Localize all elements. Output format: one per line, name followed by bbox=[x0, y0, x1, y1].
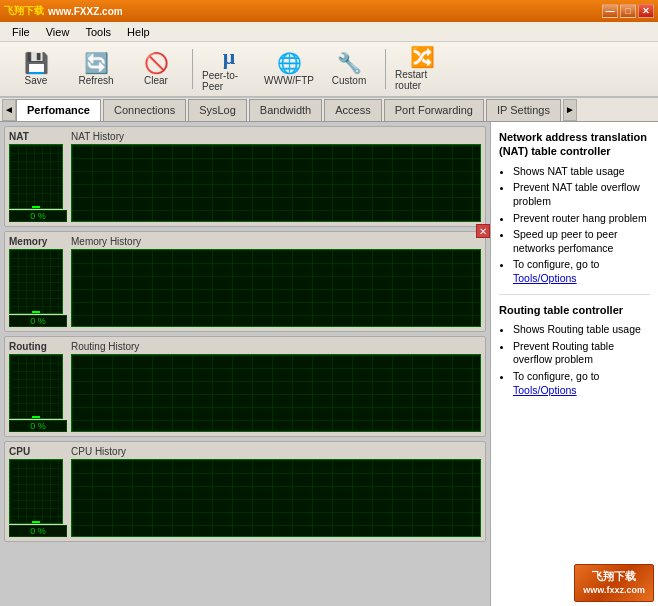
www-ftp-icon: 🌐 bbox=[277, 53, 302, 73]
tab-port-forwarding[interactable]: Port Forwarding bbox=[384, 99, 484, 121]
www-ftp-label: WWW/FTP bbox=[264, 75, 314, 86]
cpu-gauge-box bbox=[9, 459, 63, 524]
toolbar: 💾 Save 🔄 Refresh 🚫 Clear μ Peer-to-Peer … bbox=[0, 42, 658, 98]
tab-arrow-right[interactable]: ► bbox=[563, 99, 577, 121]
routing-controller-title: Routing table controller bbox=[499, 303, 650, 317]
menu-view[interactable]: View bbox=[38, 24, 78, 40]
routing-history-box bbox=[71, 354, 481, 432]
routing-gauge-percent: 0 % bbox=[9, 420, 67, 432]
peer-to-peer-button[interactable]: μ Peer-to-Peer bbox=[201, 45, 257, 93]
menu-help[interactable]: Help bbox=[119, 24, 158, 40]
nat-controller-title: Network address translation (NAT) table … bbox=[499, 130, 650, 159]
refresh-button[interactable]: 🔄 Refresh bbox=[68, 45, 124, 93]
toolbar-separator-2 bbox=[385, 49, 386, 89]
cpu-history-grid bbox=[72, 460, 480, 536]
maximize-button[interactable]: □ bbox=[620, 4, 636, 18]
save-label: Save bbox=[25, 75, 48, 86]
cpu-gauge: CPU 0 % bbox=[9, 446, 67, 537]
routing-label: Routing bbox=[9, 341, 67, 352]
cpu-label: CPU bbox=[9, 446, 67, 457]
routing-info-3: To configure, go to Tools/Options bbox=[513, 370, 650, 397]
tab-bar: ◄ Perfomance Connections SysLog Bandwidt… bbox=[0, 98, 658, 122]
nat-controller-section: Network address translation (NAT) table … bbox=[499, 130, 650, 286]
nat-monitor-section: NAT 0 % NAT History bbox=[4, 126, 486, 227]
memory-gauge-grid bbox=[10, 250, 62, 313]
memory-history: Memory History bbox=[71, 236, 481, 327]
tab-connections[interactable]: Connections bbox=[103, 99, 186, 121]
tab-arrow-left[interactable]: ◄ bbox=[2, 99, 16, 121]
nat-info-1: Shows NAT table usage bbox=[513, 165, 650, 179]
tab-bandwidth[interactable]: Bandwidth bbox=[249, 99, 322, 121]
title-logo: 飞翔下载 bbox=[4, 4, 44, 18]
tab-performance[interactable]: Perfomance bbox=[16, 99, 101, 121]
routing-history: Routing History bbox=[71, 341, 481, 432]
tab-syslog[interactable]: SysLog bbox=[188, 99, 247, 121]
restart-router-label: Restart router bbox=[395, 69, 449, 91]
nat-gauge-bar bbox=[32, 206, 40, 208]
menu-file[interactable]: File bbox=[4, 24, 38, 40]
nat-info-3: Prevent router hang problem bbox=[513, 212, 650, 226]
routing-info-2: Prevent Routing table overflow problem bbox=[513, 340, 650, 367]
peer-to-peer-icon: μ bbox=[223, 46, 235, 68]
memory-monitor-section: Memory 0 % Memory History bbox=[4, 231, 486, 332]
cpu-history: CPU History bbox=[71, 446, 481, 537]
refresh-label: Refresh bbox=[78, 75, 113, 86]
routing-info-1: Shows Routing table usage bbox=[513, 323, 650, 337]
memory-gauge-box bbox=[9, 249, 63, 314]
toolbar-separator-1 bbox=[192, 49, 193, 89]
cpu-history-box bbox=[71, 459, 481, 537]
memory-label: Memory bbox=[9, 236, 67, 247]
title-url: www.FXXZ.com bbox=[48, 6, 123, 17]
memory-history-grid bbox=[72, 250, 480, 326]
right-panel-divider bbox=[499, 294, 650, 295]
nat-gauge-box bbox=[9, 144, 63, 209]
nat-history-box bbox=[71, 144, 481, 222]
custom-label: Custom bbox=[332, 75, 366, 86]
refresh-icon: 🔄 bbox=[84, 53, 109, 73]
save-icon: 💾 bbox=[24, 53, 49, 73]
routing-monitor-section: Routing 0 % Routing History bbox=[4, 336, 486, 437]
routing-tools-link[interactable]: Tools/Options bbox=[513, 384, 577, 396]
nat-info-2: Prevent NAT table overflow problem bbox=[513, 181, 650, 208]
routing-history-grid bbox=[72, 355, 480, 431]
close-button[interactable]: ✕ bbox=[638, 4, 654, 18]
routing-gauge-box bbox=[9, 354, 63, 419]
restart-router-button[interactable]: 🔀 Restart router bbox=[394, 45, 450, 93]
routing-history-label: Routing History bbox=[71, 341, 481, 352]
nat-label: NAT bbox=[9, 131, 67, 142]
nat-info-4: Speed up peer to peer networks perfomanc… bbox=[513, 228, 650, 255]
left-panel: NAT 0 % NAT History Memory bbox=[0, 122, 490, 606]
watermark-url: www.fxxz.com bbox=[583, 584, 645, 597]
title-bar: 飞翔下载 www.FXXZ.com — □ ✕ bbox=[0, 0, 658, 22]
memory-history-box bbox=[71, 249, 481, 327]
cpu-gauge-bar bbox=[32, 521, 40, 523]
minimize-button[interactable]: — bbox=[602, 4, 618, 18]
menu-tools[interactable]: Tools bbox=[77, 24, 119, 40]
save-button[interactable]: 💾 Save bbox=[8, 45, 64, 93]
nat-gauge: NAT 0 % bbox=[9, 131, 67, 222]
cpu-monitor-section: CPU 0 % CPU History bbox=[4, 441, 486, 542]
menu-bar: File View Tools Help bbox=[0, 22, 658, 42]
www-ftp-button[interactable]: 🌐 WWW/FTP bbox=[261, 45, 317, 93]
nat-tools-link[interactable]: Tools/Options bbox=[513, 272, 577, 284]
memory-gauge-percent: 0 % bbox=[9, 315, 67, 327]
custom-button[interactable]: 🔧 Custom bbox=[321, 45, 377, 93]
cpu-history-label: CPU History bbox=[71, 446, 481, 457]
nat-gauge-grid bbox=[10, 145, 62, 208]
clear-button[interactable]: 🚫 Clear bbox=[128, 45, 184, 93]
tab-ip-settings[interactable]: IP Settings bbox=[486, 99, 561, 121]
routing-gauge: Routing 0 % bbox=[9, 341, 67, 432]
custom-icon: 🔧 bbox=[337, 53, 362, 73]
right-panel-close-button[interactable]: ✕ bbox=[476, 224, 490, 238]
nat-history: NAT History bbox=[71, 131, 481, 222]
cpu-gauge-grid bbox=[10, 460, 62, 523]
memory-gauge-bar bbox=[32, 311, 40, 313]
tab-access[interactable]: Access bbox=[324, 99, 381, 121]
nat-history-grid bbox=[72, 145, 480, 221]
clear-icon: 🚫 bbox=[144, 53, 169, 73]
watermark-logo: 飞翔下载 bbox=[583, 569, 645, 584]
peer-to-peer-label: Peer-to-Peer bbox=[202, 70, 256, 92]
routing-controller-section: Routing table controller Shows Routing t… bbox=[499, 303, 650, 398]
nat-history-label: NAT History bbox=[71, 131, 481, 142]
memory-history-label: Memory History bbox=[71, 236, 481, 247]
